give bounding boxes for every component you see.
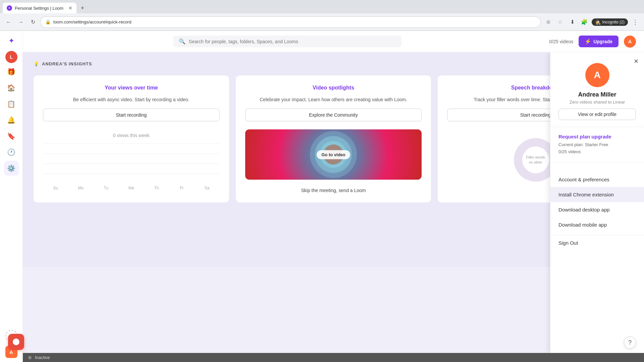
explore-community-button[interactable]: Explore the Community [245, 109, 422, 121]
sidebar-item-history[interactable]: 🕐 [4, 145, 19, 160]
sidebar: ✦ L 🎁 🏠 📋 🔔 🔖 🕐 ⚙️ + A [0, 31, 23, 362]
browser-tab[interactable]: Personal Settings | Loom ✕ [3, 3, 76, 13]
refresh-button[interactable]: ↻ [28, 17, 38, 27]
extensions-icon[interactable]: 🧩 [580, 17, 589, 27]
play-overlay[interactable]: Go to video [245, 129, 422, 180]
sign-out-button[interactable]: Sign Out [550, 235, 644, 250]
start-recording-button-1[interactable]: Start recording [43, 109, 220, 121]
spotlights-card-desc: Celebrate your impact. Learn how others … [245, 96, 422, 103]
incognito-label: Incognito (2) [602, 20, 625, 24]
menu-item-desktop[interactable]: Download desktop app [550, 202, 644, 217]
incognito-badge: 🕵 Incognito (2) [592, 18, 628, 26]
download-icon[interactable]: ⬇ [568, 17, 577, 27]
views-chart: 0 views this week Su Mo Tu [43, 127, 220, 193]
chart-days: Su Mo Tu We Th Fr Sa [43, 184, 220, 190]
vs-label: vs other [529, 160, 542, 165]
day-mo: Mo [68, 186, 93, 190]
inactive-indicator [28, 356, 32, 359]
sidebar-item-gifts[interactable]: 🎁 [4, 64, 19, 79]
insights-title: 💡 ANDREA'S INSIGHTS [34, 61, 92, 66]
views-card-title: Your views over time [43, 85, 220, 91]
cast-icon[interactable]: ⊕ [543, 17, 553, 27]
spotlight-video-card[interactable]: Go to video [245, 129, 422, 180]
menu-item-chrome[interactable]: Install Chrome extension [550, 187, 644, 202]
search-input[interactable] [189, 39, 396, 44]
chart-zero-label: 0 views this week [43, 133, 220, 138]
sidebar-item-bookmarks[interactable]: 🔖 [4, 129, 19, 143]
spotlights-card: Video spotlights Celebrate your impact. … [236, 75, 431, 202]
inactive-label: Inactive [35, 355, 50, 360]
bulb-icon: 💡 [34, 61, 39, 66]
chart-line-1 [43, 143, 220, 154]
inactive-bar: Inactive [23, 353, 644, 362]
insight-cards: Your views over time Be efficient with a… [34, 75, 633, 202]
insights-header: 💡 ANDREA'S INSIGHTS This week ‹ › [34, 60, 633, 67]
views-card-desc: Be efficient with async video. Start by … [43, 96, 220, 103]
dropdown-close-button[interactable]: ✕ [634, 58, 639, 65]
upgrade-label: Upgrade [593, 39, 612, 44]
day-su: Su [43, 186, 68, 190]
day-fr: Fr [169, 186, 194, 190]
video-count-label: 0/25 videos [549, 39, 574, 44]
filler-label: Filler words [526, 155, 545, 160]
sidebar-item-notifications[interactable]: 🔔 [4, 113, 19, 127]
day-sa: Sa [194, 186, 219, 190]
chart-line-4 [43, 174, 220, 184]
search-icon: 🔍 [179, 38, 185, 45]
upgrade-icon: ⚡ [585, 38, 591, 45]
sidebar-item-library[interactable]: 📋 [4, 97, 19, 111]
plan-section: Request plan upgrade Current plan: Start… [550, 134, 644, 156]
sidebar-item-home[interactable]: 🏠 [4, 80, 19, 95]
spotlights-card-title: Video spotlights [245, 85, 422, 91]
bookmark-star-icon[interactable]: ☆ [555, 17, 565, 27]
tab-favicon [7, 5, 12, 11]
tab-close-button[interactable]: ✕ [68, 5, 72, 11]
back-button[interactable]: ← [4, 17, 13, 27]
app-header: 🔍 0/25 videos ⚡ Upgrade A [23, 31, 644, 52]
dropdown-divider-1 [550, 127, 644, 127]
plan-details: Current plan: Starter Free 0/25 videos [558, 141, 636, 156]
dropdown-user-avatar: A [585, 63, 609, 87]
main-content: 💡 ANDREA'S INSIGHTS This week ‹ › Your v… [23, 52, 644, 353]
record-icon [13, 339, 19, 345]
dropdown-avatar-letter: A [594, 70, 600, 80]
dropdown-divider-2 [550, 162, 644, 163]
go-to-video-button[interactable]: Go to video [317, 150, 350, 159]
tab-title: Personal Settings | Loom [15, 6, 66, 11]
donut-label: Filler words vs other [522, 146, 549, 173]
sidebar-item-settings[interactable]: ⚙️ [4, 161, 19, 176]
dropdown-user-name: Andrea Miller [550, 91, 644, 98]
user-dropdown-panel: ✕ A Andrea Miller Zero videos shared to … [550, 52, 644, 353]
plan-video-count: 0/25 videos [558, 149, 581, 154]
request-upgrade-link[interactable]: Request plan upgrade [558, 134, 636, 139]
search-bar[interactable]: 🔍 [173, 36, 401, 47]
dropdown-menu: Account & preferences Install Chrome ext… [550, 172, 644, 232]
record-button[interactable] [8, 334, 24, 350]
lock-icon: 🔒 [45, 19, 51, 24]
insights-title-text: ANDREA'S INSIGHTS [42, 61, 92, 66]
address-bar[interactable]: 🔒 loom.com/settings/account#quick-record [40, 16, 541, 28]
upgrade-button[interactable]: ⚡ Upgrade [579, 36, 619, 47]
sidebar-user-avatar[interactable]: L [5, 51, 17, 63]
chart-line-2 [43, 154, 220, 164]
loom-logo-icon: ✦ [8, 37, 14, 45]
menu-item-account[interactable]: Account & preferences [550, 172, 644, 187]
incognito-icon: 🕵 [595, 19, 601, 25]
video-thumbnail: Go to video [245, 129, 422, 180]
views-card: Your views over time Be efficient with a… [34, 75, 229, 202]
chart-grid [43, 143, 220, 184]
spotlight-caption: Skip the meeting, send a Loom [245, 188, 422, 193]
forward-button[interactable]: → [16, 17, 25, 27]
current-plan-label: Current plan: Starter Free [558, 142, 608, 147]
browser-menu-button[interactable]: ⋮ [631, 17, 640, 27]
sidebar-logo[interactable]: ✦ [5, 35, 17, 47]
day-tu: Tu [93, 186, 118, 190]
menu-item-mobile[interactable]: Download mobile app [550, 217, 644, 232]
day-we: We [119, 186, 144, 190]
header-user-avatar[interactable]: A [624, 36, 636, 48]
view-profile-button[interactable]: View or edit profile [558, 109, 636, 120]
chart-line-3 [43, 164, 220, 174]
new-tab-button[interactable]: + [78, 3, 87, 13]
day-th: Th [144, 186, 169, 190]
help-button[interactable]: ? [624, 337, 636, 349]
